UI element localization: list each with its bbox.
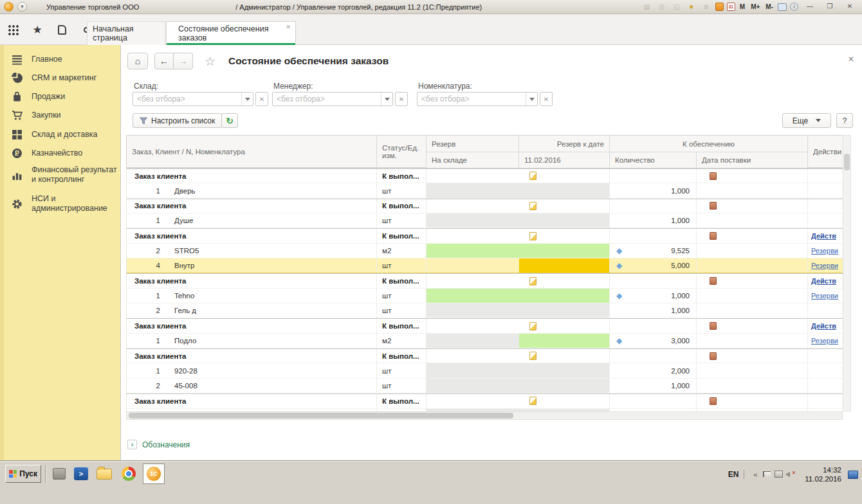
form-close-icon[interactable]: ✕ bbox=[848, 55, 854, 64]
taskbar-server-manager[interactable] bbox=[50, 465, 68, 483]
chevron-down-icon[interactable] bbox=[241, 93, 253, 105]
sidebar-item-treasury[interactable]: Р Казначейство bbox=[12, 145, 118, 161]
sidebar-item-crm[interactable]: CRM и маркетинг bbox=[12, 70, 118, 86]
configure-list-button[interactable]: Настроить список bbox=[133, 113, 222, 128]
table-row[interactable]: 245-008шт 1,000 bbox=[127, 379, 843, 393]
reserve-link[interactable]: Резерви bbox=[808, 292, 838, 300]
help-button[interactable]: ? bbox=[836, 113, 853, 128]
table-row[interactable]: 2STRO5м2 ◆9,525 Резерви bbox=[127, 244, 843, 258]
add-favorite-icon[interactable]: ★ bbox=[686, 2, 697, 12]
horizontal-scrollbar-thumb[interactable] bbox=[129, 413, 513, 419]
warehouse-filter-input[interactable] bbox=[133, 93, 241, 105]
volume-muted-icon[interactable] bbox=[784, 471, 796, 479]
calendar-icon[interactable]: 31 bbox=[727, 3, 735, 11]
col-reserve[interactable]: Резерв bbox=[426, 136, 519, 152]
taskbar-1c-active[interactable]: 1С bbox=[143, 464, 165, 484]
col-status-unit[interactable]: Статус/Ед. изм. bbox=[377, 136, 426, 168]
col-reserve-date-value[interactable]: 11.02.2016 bbox=[519, 152, 610, 168]
table-row[interactable]: 1920-28шт 2,000 bbox=[127, 363, 843, 378]
col-to-supply[interactable]: К обеспечению bbox=[610, 136, 808, 152]
home-button[interactable]: ⌂ bbox=[127, 53, 148, 69]
system-menu-dropdown-icon[interactable]: ▼ bbox=[17, 2, 27, 12]
col-delivery-date[interactable]: Дата поставки bbox=[697, 152, 808, 168]
manager-filter-input[interactable] bbox=[273, 93, 381, 105]
start-button[interactable]: Пуск bbox=[5, 465, 41, 483]
selected-cell[interactable] bbox=[519, 258, 610, 273]
col-on-stock[interactable]: На складе bbox=[426, 152, 519, 168]
table-row-selected[interactable]: 4Внутршт ◆5,000 Резерви bbox=[127, 258, 843, 273]
forward-button[interactable]: → bbox=[174, 53, 193, 69]
table-row-group[interactable]: Заказ клиентаК выпол... Действ bbox=[127, 273, 843, 288]
clock[interactable]: 14:3211.02.2016 bbox=[805, 465, 841, 483]
table-row[interactable]: 1Tehnoшт ◆1,000 Резерви bbox=[127, 289, 843, 303]
refresh-button[interactable]: ↻ bbox=[221, 113, 238, 128]
table-row[interactable]: 1Подлом2 ◆3,000 Резерви bbox=[127, 334, 843, 348]
tab-close-icon[interactable]: ✕ bbox=[286, 24, 291, 30]
clear-filter-icon[interactable]: ✕ bbox=[540, 92, 553, 106]
sidebar-item-purchases[interactable]: Закупки bbox=[12, 107, 118, 123]
sidebar-item-financial-result[interactable]: Финансовый результат и контроллинг bbox=[12, 163, 118, 187]
taskbar-explorer[interactable] bbox=[95, 465, 113, 483]
taskbar-powershell[interactable]: > bbox=[72, 465, 90, 483]
table-row-group[interactable]: Заказ клиентаК выпол... bbox=[127, 348, 843, 363]
table-row[interactable]: 1Душешт 1,000 bbox=[127, 213, 843, 228]
network-icon[interactable] bbox=[773, 471, 784, 479]
actions-link[interactable]: Действ bbox=[808, 232, 836, 240]
nomenclature-filter-input[interactable] bbox=[417, 93, 526, 105]
favorites-icon[interactable]: ☆ bbox=[701, 2, 712, 12]
memory-plus-button[interactable]: M+ bbox=[749, 2, 761, 12]
favorites-button[interactable]: ★ bbox=[30, 22, 45, 37]
chevron-down-icon[interactable] bbox=[381, 93, 392, 105]
actions-link[interactable]: Действ bbox=[808, 322, 836, 330]
show-desktop-button[interactable] bbox=[848, 471, 858, 479]
back-button[interactable]: ← bbox=[154, 53, 174, 69]
window-title: Управление торговлей ООО/ Администратор … bbox=[46, 3, 482, 11]
clear-filter-icon[interactable]: ✕ bbox=[395, 92, 408, 106]
calculator-icon[interactable] bbox=[715, 3, 724, 11]
more-button[interactable]: Еще bbox=[782, 113, 831, 128]
sidebar-item-warehouse[interactable]: Склад и доставка bbox=[12, 127, 118, 142]
vertical-scrollbar-thumb[interactable] bbox=[844, 154, 850, 170]
legend-expander-icon[interactable]: › bbox=[127, 440, 137, 449]
col-quantity[interactable]: Количество bbox=[610, 152, 697, 168]
restore-button[interactable]: ❐ bbox=[821, 2, 838, 12]
reserve-link[interactable]: Резерви bbox=[808, 262, 838, 269]
memory-minus-button[interactable]: M- bbox=[764, 2, 775, 12]
language-indicator[interactable]: EN bbox=[723, 470, 745, 479]
table-row-group[interactable]: Заказ клиентаК выпол... bbox=[127, 168, 843, 183]
info-icon[interactable]: i bbox=[790, 3, 798, 11]
table-row-group[interactable]: Заказ клиентаК выпол... Действ bbox=[127, 318, 843, 333]
sidebar-item-sales[interactable]: Продажи bbox=[12, 89, 118, 104]
table-row[interactable]: 2Гель дшт 1,000 bbox=[127, 303, 843, 318]
taskbar-chrome[interactable] bbox=[120, 465, 138, 483]
reserve-link[interactable]: Резерви bbox=[808, 247, 838, 255]
split-view-icon[interactable] bbox=[778, 3, 787, 11]
tab-home[interactable]: Начальная страница bbox=[87, 21, 165, 45]
legend-label[interactable]: Обозначения bbox=[142, 440, 190, 449]
memory-button[interactable]: M bbox=[738, 2, 746, 12]
table-row-group[interactable]: Заказ клиентаК выпол... Действ bbox=[127, 228, 843, 243]
pie-chart-icon bbox=[12, 73, 23, 84]
chevron-down-icon[interactable] bbox=[526, 93, 537, 105]
history-button[interactable] bbox=[54, 22, 69, 37]
main-menu-button[interactable] bbox=[5, 22, 21, 37]
tab-order-supply-state[interactable]: Состояние обеспечения заказов ✕ bbox=[166, 21, 296, 45]
horizontal-scrollbar[interactable] bbox=[126, 411, 843, 420]
vertical-scrollbar[interactable] bbox=[843, 135, 851, 411]
col-order[interactable]: Заказ, Клиент / N, Номенклатура bbox=[127, 136, 377, 168]
close-button[interactable]: ✕ bbox=[841, 2, 858, 12]
minimize-button[interactable]: — bbox=[802, 2, 818, 12]
tray-expand-icon[interactable]: « bbox=[749, 471, 761, 478]
table-row-group[interactable]: Заказ клиентаК выпол... bbox=[127, 199, 843, 213]
table-row[interactable]: 1Дверьшт 1,000 bbox=[127, 183, 843, 198]
sidebar-item-main[interactable]: Главное bbox=[12, 51, 118, 67]
sidebar-item-nsi-administration[interactable]: НСИ и администрирование bbox=[12, 192, 118, 216]
col-reserve-to-date[interactable]: Резерв к дате bbox=[519, 136, 610, 152]
table-row-group[interactable]: Заказ клиентаК выпол... bbox=[127, 393, 843, 408]
favorite-star-icon[interactable]: ☆ bbox=[205, 54, 216, 69]
col-actions[interactable]: Действи bbox=[808, 136, 843, 168]
clear-filter-icon[interactable]: ✕ bbox=[255, 92, 268, 106]
actions-link[interactable]: Действ bbox=[808, 277, 836, 285]
reserve-link[interactable]: Резерви bbox=[808, 337, 838, 345]
action-center-flag-icon[interactable] bbox=[761, 471, 773, 478]
